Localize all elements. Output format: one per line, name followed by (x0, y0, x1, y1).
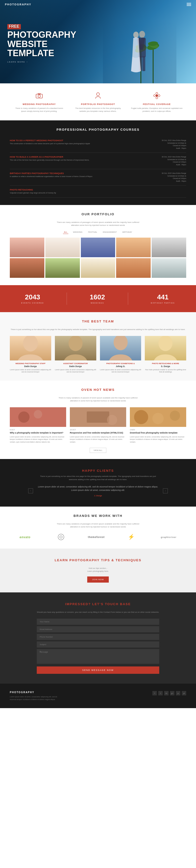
news-excerpt: Lorem ipsum dolor sit amet, consectetur … (130, 436, 186, 443)
svg-point-26 (113, 336, 127, 350)
news-subtitle: There is many variations of passed of lo… (10, 397, 186, 402)
main-nav[interactable]: PHOTOGRAPHY (0, 0, 196, 9)
arrow-right-icon: › (27, 61, 28, 63)
prev-arrow[interactable]: ‹ (28, 489, 33, 493)
portfolio-title: OUR PORTFOLIO (10, 212, 186, 216)
news-item[interactable]: 6 OCT Why a photography website template… (10, 407, 66, 443)
service-text-festival: Fugiat nulla pariatur. Excepteur sint oc… (131, 107, 183, 113)
name-input[interactable] (37, 619, 159, 625)
linkedin-icon[interactable]: in (164, 691, 169, 695)
portfolio-grid (10, 238, 186, 278)
message-input[interactable] (37, 649, 159, 664)
googleplus-icon[interactable]: g+ (170, 691, 174, 695)
svg-rect-32 (87, 411, 109, 423)
couple-silhouette (115, 25, 164, 83)
phone-input[interactable] (37, 634, 159, 640)
svg-point-16 (38, 95, 40, 97)
svg-point-25 (68, 336, 82, 351)
svg-text:envato: envato (20, 535, 31, 539)
table-row: PHOTO RETOUCHING Vulputat ornarei gloria… (10, 186, 186, 198)
news-grid: 6 OCT Why a photography website template… (10, 407, 186, 443)
filter-engagement[interactable]: ENGAGEMENT (102, 230, 118, 234)
news-title-text[interactable]: Why a photography website template is im… (10, 432, 66, 434)
twitter-icon[interactable]: t (158, 691, 163, 695)
team-member: Wedding Photography Staff Datin Durga Lo… (10, 336, 51, 373)
table-row: BIRTHDAY PARTIES PHOTOGRAPHY TECHNIQUES … (10, 169, 186, 186)
youtube-icon[interactable]: yt (182, 691, 186, 695)
submit-button[interactable]: SEND MESSAGE NOW (37, 666, 159, 674)
hero-title-line3: WEBSITE (7, 39, 76, 49)
testimonials-subtitle: There is just something so fun about thi… (37, 475, 159, 481)
pinterest-icon[interactable]: p (176, 691, 180, 695)
portfolio-item[interactable] (152, 258, 186, 278)
news-title-text[interactable]: Download free photography website templa… (130, 432, 186, 434)
camera-icon (34, 91, 44, 100)
email-input[interactable] (37, 626, 159, 632)
hero-title-line2: PHOTOGRAPHY (7, 30, 76, 39)
service-title-wedding: WEDDING PHOTOGRAPHY (13, 103, 65, 105)
courses-title: PROFESSIONAL PHOTOGRAPHY COURSES (10, 128, 186, 131)
stat-events: 2043 EVENTS COVERED (21, 293, 44, 304)
news-date: 15 OCT (70, 429, 126, 431)
learn-section: LEARN PHOTOGRAPHY TIPS & TECHNIQUES Visi… (0, 549, 196, 592)
testimonials-section: HAPPY CLIENTS There is just something so… (0, 459, 196, 506)
team-title: THE BEST TEAM (10, 319, 186, 323)
filter-birthday[interactable]: BIRTHDAY (122, 230, 133, 234)
news-item[interactable]: 2 NOV Download free photography website … (130, 407, 186, 443)
team-photo (100, 336, 141, 361)
news-item[interactable]: 15 OCT Responsive and free website templ… (70, 407, 126, 443)
portfolio-item[interactable] (10, 258, 44, 278)
team-name: Datin Durga (10, 365, 51, 368)
filter-all[interactable]: ALL (63, 230, 68, 234)
brand-2 (57, 533, 65, 541)
next-arrow[interactable]: › (163, 489, 168, 493)
service-item-portfolio: PORTFOLIO PHOTOSHOOT The best template r… (69, 91, 127, 113)
news-excerpt: Lorem ipsum dolor sit amet, consectetur … (70, 436, 126, 443)
menu-icon[interactable] (187, 3, 191, 6)
portfolio-item[interactable] (81, 258, 116, 278)
portfolio-item[interactable] (45, 238, 80, 257)
team-desc: Lorem ipsum dolar sit amet consectetur a… (100, 369, 141, 373)
portfolio-item[interactable] (10, 238, 44, 257)
course-desc: In addition to what a shortened traditio… (10, 175, 162, 178)
testimonial-author: J. Durga (37, 495, 159, 497)
hero-title-line1: FREE (7, 24, 21, 29)
subject-input[interactable] (37, 642, 159, 648)
table-row: HOW TO BUILD A CAREER AS A PHOTOGRAPHER … (10, 153, 186, 169)
services-section: WEDDING PHOTOGRAPHY There is many variat… (0, 83, 196, 120)
portfolio-item[interactable] (45, 258, 80, 278)
hero-title-line4: TEMPLATE (7, 49, 76, 58)
hero-cta[interactable]: LEARN MORE (7, 61, 25, 63)
course-name: BIRTHDAY PARTIES PHOTOGRAPHY TECHNIQUES (10, 172, 162, 175)
news-title-text[interactable]: Responsive and free website template (HT… (70, 432, 126, 434)
footer-social[interactable]: f t in g+ p yt (153, 691, 186, 695)
course-desc: Vulputat ornarei gloriam may large amoun… (10, 192, 186, 194)
filter-wedding[interactable]: WEDDING (72, 230, 84, 234)
svg-point-29 (19, 411, 30, 423)
svg-point-24 (23, 336, 38, 351)
team-desc: Lorem ipsum dolar sit amet consectetur a… (55, 369, 96, 373)
svg-rect-13 (142, 56, 145, 71)
view-all-link[interactable]: VIEW ALL (90, 448, 106, 453)
learn-join-button[interactable]: JOIN NOW (87, 577, 109, 583)
filter-festival[interactable]: FESTIVAL (87, 230, 98, 234)
portfolio-filters[interactable]: ALL WEDDING FESTIVAL ENGAGEMENT BIRTHDAY (10, 230, 186, 234)
service-title-portfolio: PORTFOLIO PHOTOSHOOT (72, 103, 124, 105)
team-member: Assistant Coordinator Datin Durga Lorem … (55, 336, 96, 373)
svg-point-40 (60, 536, 62, 538)
portfolio-item[interactable] (81, 238, 116, 257)
portfolio-item[interactable] (116, 238, 151, 257)
facebook-icon[interactable]: f (153, 691, 157, 695)
team-role: Wedding Photography Staff (10, 363, 51, 365)
portfolio-item[interactable] (116, 258, 151, 278)
service-text-portfolio: The best template resources in the free … (72, 107, 124, 113)
service-item-festival: FESTIVAL COVERAGE Fugiat nulla pariatur.… (127, 91, 186, 113)
team-role: Photography Exhibitions & (100, 363, 141, 365)
flower-icon (152, 91, 162, 100)
hero-section: PHOTOGRAPHY FREE PHOTOGRAPHY WEBSITE TEM… (0, 0, 196, 83)
svg-point-27 (159, 336, 172, 351)
view-all-area[interactable]: VIEW ALL (10, 448, 186, 452)
course-date: 30 Oct, 2015 View Entire RangeScheduled … (162, 156, 186, 166)
portfolio-item[interactable] (152, 238, 186, 257)
news-excerpt: Lorem ipsum dolor sit amet, consectetur … (10, 436, 66, 443)
